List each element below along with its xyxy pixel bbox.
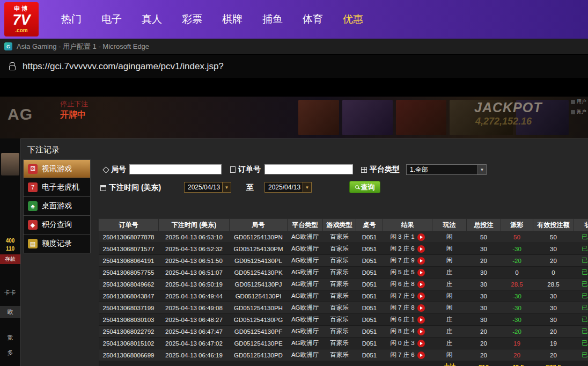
- modal-content: 局号 订单号 平台类型 1.全部 ▼: [97, 159, 588, 366]
- sidebar-item-5[interactable]: ▤额度记录: [23, 235, 91, 253]
- lock-icon: [9, 65, 16, 70]
- replay-button[interactable]: [417, 292, 425, 300]
- cell-time: 2025-04-13 06:49:44: [159, 290, 230, 302]
- game-thumbnail: [396, 100, 446, 135]
- avatar[interactable]: [1, 153, 19, 175]
- nav-item-8[interactable]: 优惠: [343, 12, 363, 26]
- result-text: 闲 6 庄 1: [390, 316, 414, 324]
- nav-item-7[interactable]: 体育: [303, 12, 323, 26]
- cell-time: 2025-04-13 06:47:47: [159, 326, 230, 338]
- stop-bet-text: 停止下注: [60, 99, 88, 109]
- cell-total-bet: 50: [467, 231, 501, 243]
- nav-item-2[interactable]: 电子: [101, 12, 122, 26]
- cell-result: 闲 2 庄 6: [383, 243, 432, 255]
- cell-status: 已派彩: [574, 255, 588, 267]
- cell-platform: AG欧洲厅: [288, 255, 323, 267]
- page-stage: AG 停止下注 开牌中 JACKPOT 4,272,152.16 用户 账户 4…: [0, 78, 588, 366]
- sidebar-item-3[interactable]: ♣桌面游戏: [23, 197, 91, 216]
- table-row: 2504130680641912025-04-13 06:51:50GD0512…: [99, 255, 588, 267]
- nav-item-1[interactable]: 热门: [61, 12, 82, 26]
- cell-total-bet: 30: [467, 267, 501, 279]
- sidebar-item-4[interactable]: ◆积分查询: [23, 216, 91, 235]
- replay-button[interactable]: [417, 328, 425, 335]
- sidebar-item-label: 额度记录: [42, 239, 72, 248]
- table-row: 2504130680496622025-04-13 06:50:19GD0512…: [99, 279, 588, 290]
- platform-select[interactable]: 1.全部 ▼: [406, 164, 487, 175]
- date-to-select[interactable]: 2025/04/13 ▼: [264, 182, 312, 193]
- cell-order: 250413068037199: [99, 302, 159, 314]
- nav-item-4[interactable]: 彩票: [182, 12, 202, 26]
- date-from-select[interactable]: 2025/04/13 ▼: [184, 182, 231, 193]
- cell-table-no: D051: [356, 231, 383, 243]
- replay-button[interactable]: [417, 316, 425, 324]
- sidebar-item-1[interactable]: ⚄视讯游戏: [23, 159, 91, 178]
- browser-urlbar[interactable]: https://gci.7vvvvvv.com/agingame/pcv1/in…: [0, 55, 588, 78]
- nav-item-6[interactable]: 捕鱼: [262, 12, 283, 26]
- replay-button[interactable]: [417, 257, 425, 265]
- cell-play: 庄: [432, 267, 467, 279]
- left-strip-item[interactable]: 110: [0, 246, 20, 252]
- nav-item-5[interactable]: 棋牌: [222, 12, 242, 26]
- sidebar-item-label: 视讯游戏: [42, 164, 72, 174]
- replay-button[interactable]: [417, 340, 425, 347]
- cell-table-no: D051: [356, 243, 383, 255]
- left-strip-item[interactable]: 多: [0, 349, 20, 357]
- replay-button[interactable]: [417, 304, 425, 312]
- cell-valid-bet: 28.5: [533, 279, 574, 290]
- account-menu-item[interactable]: 账户: [571, 108, 586, 115]
- cell-payout: 28.5: [501, 279, 533, 290]
- browser-titlebar: G Asia Gaming - 用户配置 1 - Microsoft Edge: [0, 39, 588, 55]
- dealing-text: 开牌中: [60, 109, 86, 121]
- nav-items: 热门电子真人彩票棋牌捕鱼体育优惠: [61, 12, 363, 26]
- replay-button[interactable]: [417, 233, 425, 241]
- cell-play: 闲: [432, 231, 467, 243]
- subtotal-label: 小计: [432, 361, 467, 366]
- left-strip-item[interactable]: 400: [0, 238, 20, 244]
- site-logo[interactable]: 申博 7V .com: [4, 2, 39, 36]
- play-icon: [420, 354, 423, 357]
- result: 闲 0 庄 3: [383, 339, 432, 347]
- left-strip-item[interactable]: 欧: [0, 306, 20, 318]
- cell-total-bet: 20: [467, 255, 501, 267]
- table-games-icon: ♣: [28, 201, 38, 211]
- round-input[interactable]: [129, 164, 222, 174]
- subtotal-status-spacer: [574, 361, 588, 366]
- url-text[interactable]: https://gci.7vvvvvv.com/agingame/pcv1/in…: [23, 61, 224, 72]
- cell-total-bet: 20: [467, 338, 501, 349]
- cell-payout: -30: [501, 290, 533, 302]
- cell-platform: AG欧洲厅: [288, 302, 323, 314]
- cell-result: 闲 6 庄 1: [383, 314, 432, 326]
- replay-button[interactable]: [417, 245, 425, 253]
- column-header: 局号: [230, 219, 288, 231]
- user-menu-item[interactable]: 用户: [571, 98, 586, 105]
- cell-game-type: 百家乐: [323, 314, 356, 326]
- nav-item-3[interactable]: 真人: [142, 12, 162, 26]
- left-strip-item[interactable]: 竞: [0, 334, 20, 342]
- user-icon: [571, 100, 575, 104]
- sidebar-item-2[interactable]: 7电子老虎机: [23, 178, 91, 197]
- cell-time: 2025-04-13 06:52:32: [159, 243, 230, 255]
- cell-status: 已派彩: [574, 326, 588, 338]
- bet-table-body: 2504130680778782025-04-13 06:53:10GD0512…: [99, 231, 588, 366]
- replay-button[interactable]: [417, 352, 425, 359]
- replay-button[interactable]: [417, 281, 425, 288]
- mini-user-panel: 用户 账户: [571, 98, 586, 115]
- cell-order: 250413068030103: [99, 314, 159, 326]
- cell-order: 250413068022792: [99, 326, 159, 338]
- bet-table: 订单号下注时间 (美东)局号平台类型游戏类型桌号结果玩法总投注派彩有效投注额状态…: [98, 218, 588, 366]
- table-row: 2504130680151022025-04-13 06:47:02GD0512…: [99, 338, 588, 349]
- left-strip-item[interactable]: 卡卡: [0, 289, 20, 297]
- left-strip-item[interactable]: 存款: [0, 254, 20, 264]
- document-icon: [230, 166, 236, 173]
- modal-title: 下注记录: [21, 139, 588, 157]
- cell-result: 闲 7 庄 9: [383, 290, 432, 302]
- cell-valid-bet: 30: [533, 243, 574, 255]
- ag-logo: AG: [8, 105, 33, 123]
- order-input[interactable]: [264, 164, 353, 174]
- cell-total-bet: 30: [467, 302, 501, 314]
- search-button[interactable]: 查询: [349, 181, 380, 193]
- cell-platform: AG欧洲厅: [288, 231, 323, 243]
- replay-button[interactable]: [417, 269, 425, 276]
- cell-table-no: D051: [356, 255, 383, 267]
- cell-table-no: D051: [356, 302, 383, 314]
